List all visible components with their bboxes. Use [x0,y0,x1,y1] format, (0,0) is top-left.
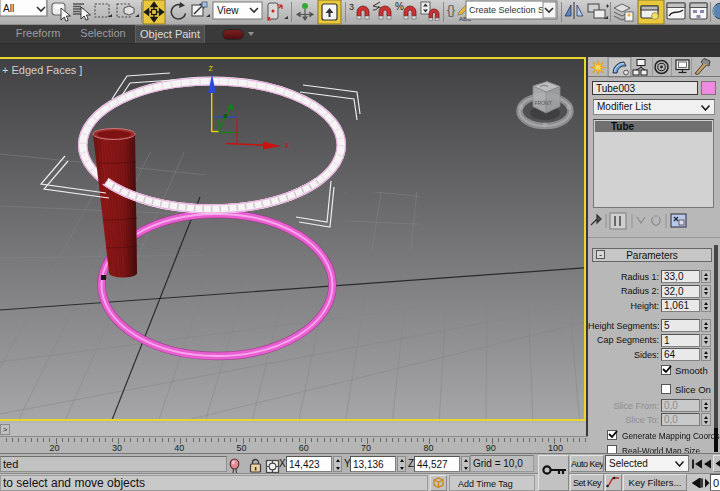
svg-text:All: All [3,3,14,14]
svg-text:3: 3 [349,2,354,12]
svg-text:Create Selection Se: Create Selection Se [469,5,549,15]
svg-text:z: z [209,63,214,73]
svg-text:View: View [217,5,239,16]
svg-text:%: % [395,1,404,12]
svg-text:{}: {} [447,3,455,17]
svg-text:FRONT: FRONT [535,100,552,106]
svg-text:x: x [285,140,290,150]
